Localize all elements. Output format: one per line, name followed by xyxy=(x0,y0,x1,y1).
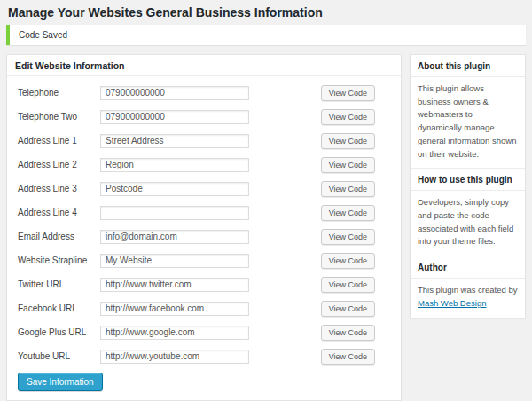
form-row: Telephone View Code xyxy=(18,81,390,105)
email-address-input[interactable] xyxy=(100,230,249,244)
facebook-url-input[interactable] xyxy=(100,302,249,316)
google-plus-url-view-code-button[interactable]: View Code xyxy=(321,325,375,341)
youtube-url-input[interactable] xyxy=(100,350,249,364)
facebook-url-view-code-button[interactable]: View Code xyxy=(321,301,375,317)
address-line-3-view-code-button[interactable]: View Code xyxy=(321,181,375,197)
save-information-button[interactable]: Save Information xyxy=(18,373,103,391)
notice-banner: Code Saved xyxy=(6,25,526,45)
field-label: Address Line 2 xyxy=(18,160,100,169)
about-plugin-section: About this plugin This plugin allows bus… xyxy=(411,55,525,168)
form-row: Telephone Two View Code xyxy=(18,105,390,129)
email-address-view-code-button[interactable]: View Code xyxy=(321,229,375,245)
address-line-2-view-code-button[interactable]: View Code xyxy=(321,157,375,173)
telephone-view-code-button[interactable]: View Code xyxy=(321,85,375,101)
telephone-two-input[interactable] xyxy=(100,110,249,124)
telephone-input[interactable] xyxy=(100,86,249,100)
how-to-use-text: Developers, simply copy and paste the co… xyxy=(411,191,525,256)
panel-heading: Edit Website Information xyxy=(7,55,401,76)
form-row: Email Address View Code xyxy=(18,224,390,248)
address-line-2-input[interactable] xyxy=(100,158,249,172)
how-to-use-heading: How to use this plugin xyxy=(411,168,525,191)
website-strapline-view-code-button[interactable]: View Code xyxy=(321,253,375,269)
address-line-1-input[interactable] xyxy=(100,134,249,148)
youtube-url-view-code-button[interactable]: View Code xyxy=(321,349,375,365)
field-label: Address Line 1 xyxy=(18,136,100,145)
address-line-4-view-code-button[interactable]: View Code xyxy=(321,205,375,221)
field-label: Twitter URL xyxy=(18,279,100,289)
about-plugin-text: This plugin allows business owners & web… xyxy=(411,77,525,168)
admin-page: Manage Your Websites General Business In… xyxy=(0,0,532,401)
field-label: Telephone xyxy=(18,88,100,98)
about-plugin-heading: About this plugin xyxy=(411,55,525,77)
author-text: This plugin was created by Mash Web Desi… xyxy=(411,279,525,317)
field-label: Address Line 4 xyxy=(18,208,100,217)
form-row: Facebook URL View Code xyxy=(18,296,390,320)
twitter-url-input[interactable] xyxy=(100,278,249,292)
author-heading: Author xyxy=(411,256,525,279)
form-row: Address Line 3 View Code xyxy=(18,177,390,200)
author-link[interactable]: Mash Web Design xyxy=(418,298,486,308)
google-plus-url-input[interactable] xyxy=(100,326,249,340)
website-strapline-input[interactable] xyxy=(100,254,249,268)
content-columns: Edit Website Information Telephone View … xyxy=(6,54,526,401)
form-row: Address Line 4 View Code xyxy=(18,200,390,224)
telephone-two-view-code-button[interactable]: View Code xyxy=(321,109,375,125)
page-title: Manage Your Websites General Business In… xyxy=(6,0,526,24)
twitter-url-view-code-button[interactable]: View Code xyxy=(321,277,375,293)
field-label: Address Line 3 xyxy=(18,184,100,193)
edit-website-information-panel: Edit Website Information Telephone View … xyxy=(6,54,402,401)
form-row: Website Strapline View Code xyxy=(18,248,390,272)
author-section: Author This plugin was created by Mash W… xyxy=(411,256,525,317)
form-rows: Telephone View Code Telephone Two View C… xyxy=(7,76,401,400)
field-label: Website Strapline xyxy=(18,256,100,265)
form-row: Google Plus URL View Code xyxy=(18,320,390,344)
field-label: Email Address xyxy=(18,232,100,241)
form-row: Twitter URL View Code xyxy=(18,272,390,296)
field-label: Facebook URL xyxy=(18,303,100,313)
sidebar: About this plugin This plugin allows bus… xyxy=(410,54,526,318)
notice-text: Code Saved xyxy=(19,30,67,40)
how-to-use-section: How to use this plugin Developers, simpl… xyxy=(411,168,525,256)
field-label: Google Plus URL xyxy=(18,327,100,337)
address-line-4-input[interactable] xyxy=(100,206,249,220)
form-row: Address Line 2 View Code xyxy=(18,153,390,177)
form-row: Address Line 1 View Code xyxy=(18,129,390,153)
address-line-1-view-code-button[interactable]: View Code xyxy=(321,133,375,149)
field-label: Youtube URL xyxy=(18,351,100,361)
form-row: Youtube URL View Code xyxy=(18,344,390,368)
field-label: Telephone Two xyxy=(18,112,100,122)
address-line-3-input[interactable] xyxy=(100,182,249,196)
